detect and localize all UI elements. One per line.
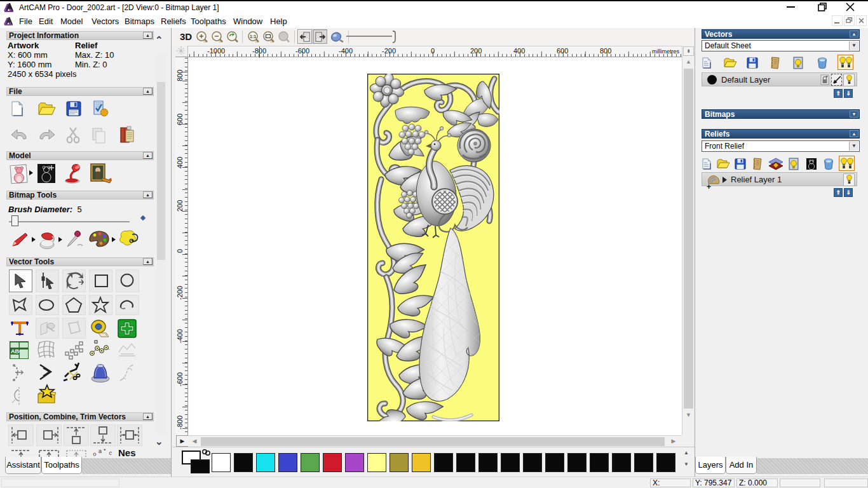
- svg-text:c: c: [109, 449, 113, 456]
- svg-text:*: *: [104, 449, 106, 454]
- svg-text:a: a: [98, 449, 102, 454]
- svg-text:o: o: [92, 451, 97, 458]
- svg-text:1:1: 1:1: [250, 34, 256, 39]
